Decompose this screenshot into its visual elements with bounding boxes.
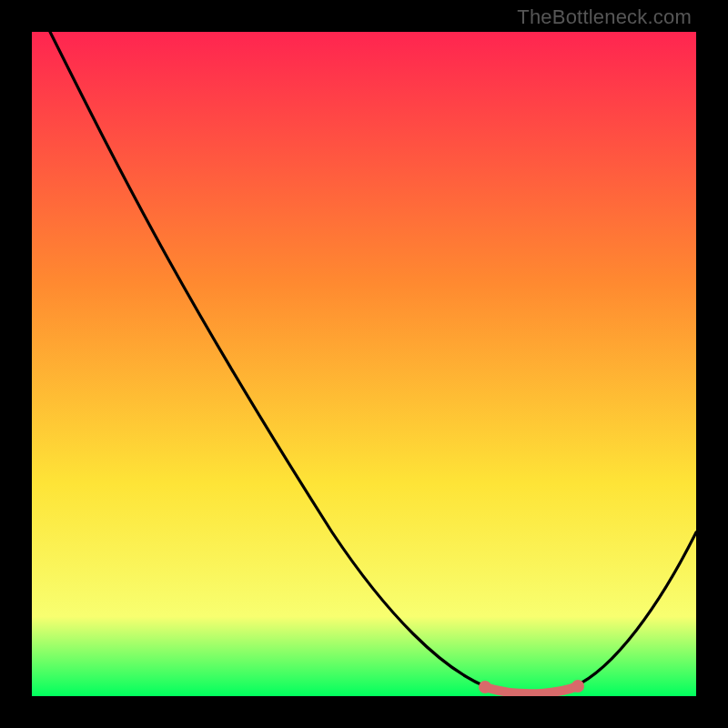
highlight-dot-left — [479, 681, 491, 693]
highlight-sweet-spot — [32, 32, 696, 696]
plot-area — [32, 32, 696, 696]
highlight-segment — [485, 686, 578, 693]
watermark-text: TheBottleneck.com — [517, 5, 692, 29]
highlight-dot-right — [571, 680, 584, 693]
chart-frame: TheBottleneck.com — [0, 0, 728, 728]
